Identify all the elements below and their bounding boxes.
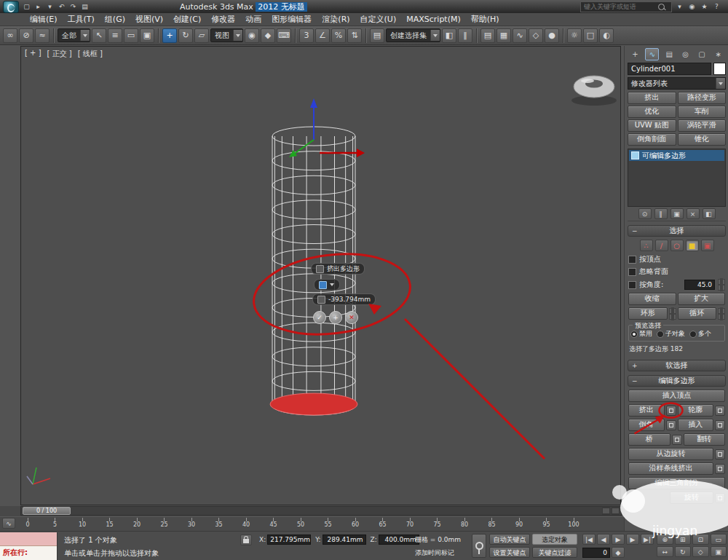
modifier-preset-button-2[interactable]: 优化 — [628, 106, 676, 118]
time-slider-handle[interactable]: 0 / 100 — [23, 507, 71, 515]
graphite-ribbon-icon[interactable]: ▦ — [496, 28, 511, 43]
modify-tab[interactable]: ∿ — [645, 48, 659, 60]
remove-modifier-icon[interactable]: × — [687, 208, 700, 219]
ring-spinner[interactable] — [669, 308, 676, 320]
x-coord-field[interactable]: 217.795mm — [267, 535, 311, 545]
selection-region-icon[interactable]: ▭ — [124, 28, 138, 43]
auto-key-button[interactable]: 自动关键点 — [489, 534, 530, 545]
show-end-result-icon[interactable]: ∥ — [654, 208, 668, 219]
border-subobject-icon[interactable]: ○ — [670, 240, 684, 251]
turn-button[interactable]: 旋转 — [670, 492, 713, 504]
previous-frame-button[interactable]: ◀ — [597, 534, 610, 545]
render-setup-icon[interactable]: ☼ — [567, 28, 582, 43]
spinner-snap-icon[interactable]: ⇅ — [347, 28, 362, 43]
maximize-viewport-icon[interactable]: ▣ — [711, 546, 727, 557]
rollout-soft-selection-header[interactable]: + 软选择 — [628, 360, 726, 371]
play-button[interactable]: ▶ — [612, 534, 625, 545]
field-of-view-icon[interactable]: ◇ — [692, 546, 709, 557]
inset-settings-button[interactable] — [715, 420, 725, 430]
current-time-field[interactable]: 0 — [582, 548, 610, 558]
bridge-settings-button[interactable] — [672, 435, 682, 445]
selection-lock-toggle[interactable] — [240, 535, 252, 545]
material-editor-icon[interactable]: ● — [545, 28, 559, 43]
selection-filter-dropdown[interactable]: 全部 — [58, 28, 90, 42]
extrude-button[interactable]: 挤出 — [628, 404, 665, 417]
reference-coordinate-dropdown[interactable]: 视图 — [210, 28, 243, 42]
extrude-along-spline-button[interactable]: 沿样条线挤出 — [628, 462, 713, 475]
menu-item-9[interactable]: 自定义(U) — [355, 13, 402, 25]
menu-item-3[interactable]: 视图(V) — [130, 13, 168, 25]
outline-settings-button[interactable] — [715, 406, 725, 416]
spinner-down-icon[interactable] — [669, 314, 676, 320]
snaps-toggle-icon[interactable]: 3 — [299, 28, 314, 43]
modifier-preset-button-4[interactable]: UVW 贴图 — [628, 119, 676, 132]
outline-button[interactable]: 轮廓 — [678, 404, 714, 417]
turn-settings-button[interactable] — [715, 493, 725, 503]
element-subobject-icon[interactable]: ▣ — [701, 240, 714, 251]
go-to-start-button[interactable]: |◀ — [582, 534, 596, 545]
schematic-view-icon[interactable]: ◇ — [529, 28, 543, 43]
spline-extrude-settings-button[interactable] — [715, 464, 725, 474]
flip-button[interactable]: 翻转 — [684, 433, 726, 446]
select-by-name-icon[interactable]: ≡ — [108, 28, 122, 43]
orbit-icon[interactable]: ↻ — [675, 546, 692, 557]
display-tab[interactable]: ▢ — [696, 49, 708, 60]
undo-icon[interactable]: ↶ — [56, 1, 67, 12]
menu-item-7[interactable]: 图形编辑器 — [266, 13, 317, 25]
transform-gizmo[interactable] — [289, 98, 365, 157]
unlink-selection-icon[interactable]: ⊘ — [19, 28, 33, 43]
time-slider-track[interactable]: 0 / 100 — [20, 506, 622, 516]
bridge-button[interactable]: 桥 — [628, 433, 670, 446]
caddy-ok-button[interactable]: ✓ — [313, 311, 326, 324]
inset-button[interactable]: 插入 — [678, 419, 714, 431]
modifier-preset-button-6[interactable]: 倒角剖面 — [628, 133, 676, 146]
viewport-pov-menu[interactable]: [ 正交 ] — [47, 49, 72, 59]
by-vertex-checkbox[interactable] — [628, 256, 636, 264]
help-icon[interactable]: ? — [711, 1, 722, 12]
y-coord-field[interactable]: 289.41mm — [323, 535, 366, 545]
viewport-shading-menu[interactable]: [ 线框 ] — [78, 49, 103, 59]
modifier-preset-button-7[interactable]: 锥化 — [678, 133, 727, 146]
perspective-viewport[interactable]: [ + ] [ 正交 ] [ 线框 ] — [20, 46, 621, 505]
polygon-subobject-icon[interactable]: ■ — [686, 240, 699, 251]
curve-editor-icon[interactable]: ∿ — [513, 28, 527, 43]
extrude-settings-button[interactable] — [666, 406, 676, 416]
modifier-list-dropdown[interactable]: 修改器列表 — [628, 77, 726, 90]
motion-tab[interactable]: ◎ — [679, 49, 692, 60]
caddy-cancel-button[interactable]: ✕ — [345, 311, 358, 324]
stack-item-editable-poly[interactable]: 可编辑多边形 — [629, 150, 724, 161]
by-angle-checkbox[interactable] — [628, 281, 636, 289]
modifier-preset-button-0[interactable]: 挤出 — [628, 92, 676, 104]
edge-subobject-icon[interactable]: ∕ — [655, 240, 668, 251]
shrink-button[interactable]: 收缩 — [628, 293, 676, 305]
selected-object-dropdown[interactable]: 选定对象 — [532, 534, 577, 545]
bind-to-space-warp-icon[interactable]: ≈ — [35, 28, 50, 43]
mirror-icon[interactable]: ◧ — [442, 28, 456, 43]
preview-disable-radio[interactable] — [630, 331, 638, 338]
select-and-manipulate-icon[interactable]: ◆ — [261, 28, 275, 43]
utilities-tab[interactable]: ∗ — [712, 49, 724, 60]
spinner-down-icon[interactable] — [718, 285, 725, 291]
maxscript-mini-listener[interactable]: 所在行: — [0, 532, 58, 560]
menu-item-1[interactable]: 工具(T) — [63, 13, 100, 25]
pin-stack-icon[interactable]: ⊙ — [638, 208, 652, 219]
add-time-tag[interactable]: 添加时间标记 — [415, 548, 454, 558]
object-color-swatch[interactable] — [713, 63, 726, 75]
modifier-preset-button-1[interactable]: 路径变形 — [678, 92, 727, 104]
ignore-backfacing-checkbox[interactable] — [628, 268, 636, 276]
window-crossing-icon[interactable]: ▣ — [140, 28, 154, 43]
named-selection-sets-dropdown[interactable]: 创建选择集 — [386, 28, 440, 42]
slider-next-icon[interactable] — [612, 507, 620, 515]
app-logo-icon[interactable] — [3, 1, 19, 13]
set-key-toggle-button[interactable] — [472, 534, 486, 558]
angle-value-field[interactable]: 45.0 — [684, 280, 715, 290]
grow-button[interactable]: 扩大 — [678, 293, 726, 305]
menu-item-11[interactable]: 帮助(H) — [466, 13, 505, 25]
keyboard-override-icon[interactable]: ⌨ — [277, 28, 291, 43]
angle-snap-icon[interactable]: ∠ — [315, 28, 330, 43]
caddy-title-bar[interactable]: 挤出多边形 — [311, 263, 365, 275]
bevel-button[interactable]: 倒角 — [628, 419, 665, 431]
rollout-edit-polygons-header[interactable]: − 编辑多边形 — [628, 375, 726, 387]
track-bar[interactable]: ∿ 05101520253035404550556065707580859095… — [0, 516, 728, 532]
use-pivot-center-icon[interactable]: ◉ — [245, 28, 259, 43]
